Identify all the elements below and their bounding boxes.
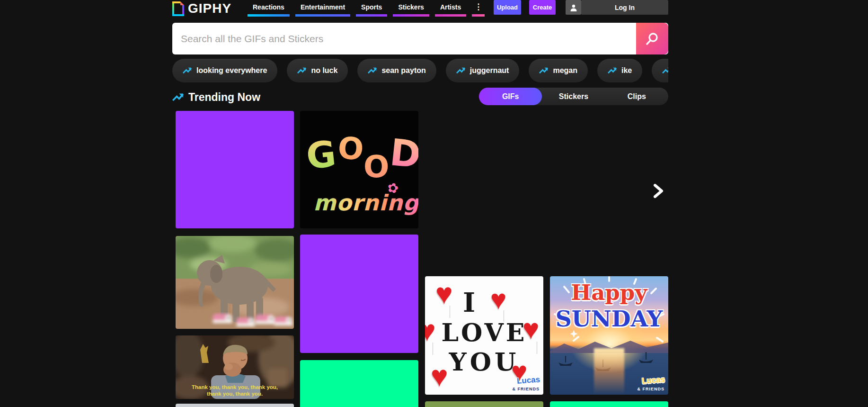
lucas-friends-logo-sub: & FRIENDS — [637, 387, 664, 391]
tag-ike[interactable]: ike — [597, 59, 642, 82]
tag-megan[interactable]: megan — [529, 59, 588, 82]
nav-underline — [472, 14, 485, 17]
tag-label: megan — [553, 66, 577, 75]
tag-label: ike — [621, 66, 632, 75]
nav-sports[interactable]: Sports — [354, 0, 389, 17]
trending-up-icon — [183, 66, 192, 75]
svg-text:thank you, thank you.: thank you, thank you. — [207, 391, 263, 397]
tag-label: sean payton — [381, 66, 425, 75]
search-bar — [172, 23, 668, 54]
search-icon — [645, 32, 659, 46]
search-button[interactable] — [636, 23, 668, 54]
nav-underline — [356, 14, 387, 17]
tag-chair[interactable]: chair — [652, 59, 668, 82]
trending-up-icon — [368, 66, 377, 75]
nav-underline — [435, 14, 466, 17]
svg-text:O: O — [363, 149, 389, 184]
tag-label: looking everywhere — [196, 66, 267, 75]
tab-label: GIFs — [502, 92, 519, 101]
nav-underline — [248, 14, 290, 17]
gif-tile-thank-you[interactable]: Thank you, thank you, thank you, thank y… — [176, 335, 294, 399]
sunday-card-line1: Happy — [550, 280, 668, 305]
trending-tags-row: looking everywhere no luck sean payton j… — [172, 59, 668, 82]
svg-text:O: O — [337, 130, 364, 167]
create-button[interactable]: Create — [529, 0, 556, 15]
tag-juggernaut[interactable]: juggernaut — [446, 59, 520, 82]
tag-label: no luck — [311, 66, 337, 75]
gif-tile-loading-placeholder[interactable] — [176, 111, 294, 228]
love-card-line3: YOU — [425, 347, 543, 376]
nav-stickers[interactable]: Stickers — [391, 0, 430, 17]
tag-label: juggernaut — [470, 66, 509, 75]
trending-up-icon — [172, 92, 184, 103]
thank-you-art: Thank you, thank you, thank you, thank y… — [176, 335, 294, 399]
tab-stickers[interactable]: Stickers — [542, 88, 605, 105]
nav-label: Entertainment — [301, 3, 345, 11]
main-nav: Reactions Entertainment Sports Stickers … — [246, 0, 486, 17]
nav-entertainment[interactable]: Entertainment — [294, 0, 352, 17]
gif-tile-partial[interactable] — [425, 401, 543, 407]
login-label: Log In — [615, 4, 635, 11]
giphy-logo[interactable]: GIPHY — [172, 1, 231, 16]
lucas-friends-logo-sub: & FRIENDS — [512, 387, 540, 391]
trending-up-icon — [456, 66, 465, 75]
login-button[interactable]: Log In — [581, 0, 668, 15]
kebab-menu-icon: ⋮ — [474, 2, 482, 12]
tab-clips[interactable]: Clips — [605, 88, 668, 105]
giphy-sticker-icon — [172, 1, 184, 16]
tag-no-luck[interactable]: no luck — [287, 59, 348, 82]
create-label: Create — [533, 4, 552, 11]
trending-up-icon — [539, 66, 548, 75]
svg-text:Thank you, thank you, thank yo: Thank you, thank you, thank you, — [192, 384, 278, 390]
carousel-next-button[interactable] — [650, 183, 666, 199]
gif-tile-loading-placeholder[interactable] — [300, 360, 418, 407]
love-card-line1: I — [425, 287, 528, 318]
elephant-art — [176, 236, 294, 329]
tab-label: Clips — [628, 92, 646, 101]
gif-tile-loading-placeholder[interactable] — [300, 235, 418, 353]
trending-up-icon — [662, 66, 668, 75]
nav-label: Sports — [361, 3, 382, 11]
trending-up-icon — [297, 66, 306, 75]
chevron-right-icon — [653, 184, 664, 198]
tag-looking-everywhere[interactable]: looking everywhere — [172, 59, 277, 82]
upload-button[interactable]: Upload — [494, 0, 521, 15]
user-avatar-button[interactable] — [566, 0, 581, 15]
gif-tile-partial[interactable] — [176, 404, 294, 407]
tab-gifs[interactable]: GIFs — [479, 88, 542, 105]
sun-reflection — [594, 348, 624, 395]
lucas-friends-logo: Lucas — [641, 375, 665, 386]
svg-text:D: D — [388, 131, 418, 176]
lucas-friends-logo: Lucas — [516, 375, 540, 386]
nav-reactions[interactable]: Reactions — [246, 0, 291, 17]
upload-label: Upload — [497, 4, 518, 11]
user-icon — [570, 4, 577, 11]
gif-tile-elephant-sneakers[interactable] — [176, 236, 294, 329]
tag-sean-payton[interactable]: sean payton — [357, 59, 436, 82]
nav-more-menu[interactable]: ⋮ — [470, 0, 486, 17]
trending-up-icon — [608, 66, 617, 75]
nav-label: Stickers — [398, 3, 424, 11]
tab-label: Stickers — [559, 92, 588, 101]
gif-tile-good-morning[interactable]: G O O D ✿ morning — [300, 111, 418, 228]
trending-now-heading: Trending Now — [172, 91, 260, 104]
love-card-line2: LOVE — [425, 318, 543, 347]
page-title: Trending Now — [188, 91, 260, 104]
good-morning-art: G O O D ✿ morning — [300, 111, 418, 228]
svg-text:G: G — [304, 132, 338, 177]
giphy-homepage: GIPHY Reactions Entertainment Sports Sti… — [0, 0, 868, 407]
svg-text:morning: morning — [313, 190, 418, 216]
content-type-tabs: GIFs Stickers Clips — [479, 88, 668, 105]
nav-underline — [393, 14, 429, 17]
nav-artists[interactable]: Artists — [434, 0, 468, 17]
gif-tile-i-love-you[interactable]: ♥ ♥ ♥ ♥ ♥ ♥ I LOVE YOU Lucas & FRIENDS — [425, 276, 543, 395]
nav-label: Reactions — [253, 3, 284, 11]
gif-tile-loading-placeholder[interactable] — [550, 401, 668, 407]
nav-underline — [295, 14, 350, 17]
gif-tile-happy-sunday[interactable]: Happy SUNDAY Lucas & FRIENDS — [550, 276, 668, 395]
search-input[interactable] — [172, 23, 636, 54]
logo-text: GIPHY — [188, 1, 231, 16]
sunday-card-line2: SUNDAY — [550, 306, 668, 332]
nav-label: Artists — [440, 3, 461, 11]
